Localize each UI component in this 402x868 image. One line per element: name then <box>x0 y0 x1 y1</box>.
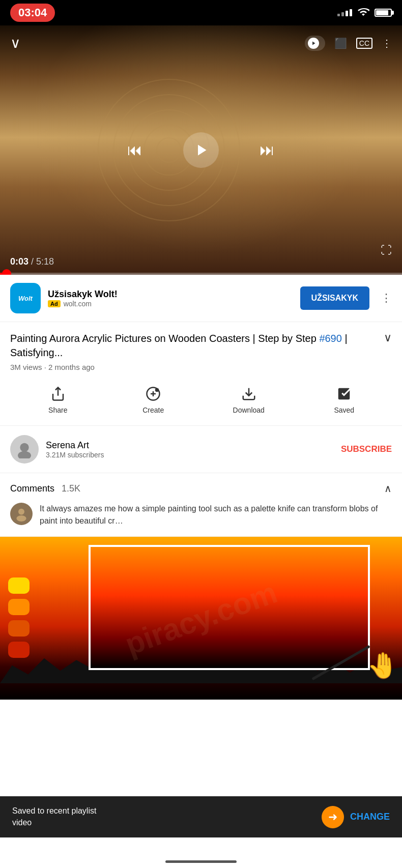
create-icon <box>144 385 162 403</box>
video-player[interactable]: ∨ ⬛ CC ⋮ ⏮ ⏭ 0:03 / 5:18 ⛶ <box>0 25 402 275</box>
action-buttons: Share Create Dow <box>10 381 392 418</box>
wifi-icon <box>357 6 369 20</box>
arrow-icon: ➜ <box>322 806 344 828</box>
subscribe-button[interactable]: SUBSCRIBE <box>341 440 392 458</box>
svg-point-7 <box>18 451 31 458</box>
ad-subtitle: Ad wolt.com <box>48 300 293 308</box>
skip-next-button[interactable]: ⏭ <box>260 141 275 159</box>
current-time: 0:03 <box>10 256 28 267</box>
toast-actions: ➜ CHANGE <box>322 806 390 828</box>
comments-section: Comments 1.5K ∧ It always amazes me how … <box>0 473 402 537</box>
toggle-circle <box>308 38 319 49</box>
skip-previous-button[interactable]: ⏮ <box>127 141 142 159</box>
video-title-row: Painting Aurora Acrylic Pictures on Wood… <box>10 331 392 360</box>
channel-avatar <box>10 435 39 464</box>
change-button[interactable]: CHANGE <box>350 812 390 822</box>
cast-icon[interactable]: ⬛ <box>334 37 347 49</box>
comments-count: 1.5K <box>62 483 80 494</box>
download-button[interactable]: Download <box>201 381 297 418</box>
download-icon <box>240 385 258 403</box>
ad-cta-button[interactable]: UŽSISAKYK <box>300 286 369 310</box>
toast-message: Saved to recent playlistvideo <box>12 805 96 828</box>
battery-icon <box>375 9 392 17</box>
share-button[interactable]: Share <box>10 381 106 418</box>
ad-more-options[interactable]: ⋮ <box>381 292 392 305</box>
video-title: Painting Aurora Acrylic Pictures on Wood… <box>10 331 379 360</box>
comment-avatar <box>10 503 33 525</box>
ad-banner: Wolt Užsisakyk Wolt! Ad wolt.com UŽSISAK… <box>0 275 402 322</box>
create-label: Create <box>142 406 164 414</box>
svg-point-6 <box>20 443 28 452</box>
signal-icon <box>337 9 352 16</box>
player-top-controls: ∨ ⬛ CC ⋮ <box>0 35 402 51</box>
more-options-icon[interactable]: ⋮ <box>382 37 392 49</box>
ad-url: wolt.com <box>64 300 92 308</box>
download-label: Download <box>233 406 265 414</box>
svg-point-8 <box>18 509 24 515</box>
ad-text: Užsisakyk Wolt! Ad wolt.com <box>48 289 293 308</box>
channel-text: Serena Art 3.21M subscribers <box>46 440 334 459</box>
top-right-controls: ⬛ CC ⋮ <box>305 36 392 51</box>
saved-button[interactable]: Saved <box>297 381 392 418</box>
progress-fill <box>0 273 7 275</box>
svg-rect-5 <box>338 388 350 400</box>
status-icons <box>337 6 392 20</box>
svg-point-9 <box>16 515 26 522</box>
comment-text: It always amazes me how a simple paintin… <box>40 503 392 527</box>
total-time: 5:18 <box>36 256 54 267</box>
play-button[interactable] <box>183 132 219 168</box>
saved-label: Saved <box>334 406 354 414</box>
autoplay-toggle[interactable] <box>305 36 325 51</box>
ad-badge: Ad <box>48 300 61 307</box>
share-label: Share <box>48 406 67 414</box>
video-info: Painting Aurora Acrylic Pictures on Wood… <box>0 322 402 426</box>
status-time: 03:04 <box>10 4 55 22</box>
expand-title-icon[interactable]: ∨ <box>384 331 392 344</box>
video-meta: 3M views · 2 months ago <box>10 363 392 371</box>
video-title-highlight: #690 <box>319 333 342 344</box>
home-indicator <box>165 860 237 863</box>
comments-title: Comments <box>10 483 54 494</box>
collapse-comments-button[interactable]: ∧ <box>384 482 392 495</box>
fullscreen-button[interactable]: ⛶ <box>381 244 392 257</box>
comments-header: Comments 1.5K ∧ <box>10 482 392 495</box>
progress-bar[interactable] <box>0 273 402 275</box>
channel-subscribers: 3.21M subscribers <box>46 451 334 459</box>
progress-dot <box>2 269 11 275</box>
share-icon <box>49 385 67 403</box>
player-main-controls: ⏮ ⏭ <box>0 132 402 168</box>
saved-icon <box>335 385 353 403</box>
minimize-button[interactable]: ∨ <box>10 35 21 51</box>
bottom-toast: Saved to recent playlistvideo ➜ CHANGE <box>0 796 402 837</box>
status-bar: 03:04 <box>0 0 402 25</box>
comment-item: It always amazes me how a simple paintin… <box>10 503 392 527</box>
ad-title: Užsisakyk Wolt! <box>48 289 293 300</box>
video-title-text: Painting Aurora Acrylic Pictures on Wood… <box>10 333 319 344</box>
time-display: 0:03 / 5:18 <box>10 256 54 267</box>
wolt-logo: Wolt <box>10 283 41 313</box>
rec-thumbnail: ✋ piracy.com <box>0 537 402 700</box>
player-bottom-controls: 0:03 / 5:18 ⛶ <box>0 251 402 275</box>
recommended-section[interactable]: ✋ piracy.com <box>0 537 402 700</box>
channel-name: Serena Art <box>46 440 334 451</box>
channel-info: Serena Art 3.21M subscribers SUBSCRIBE <box>0 426 402 473</box>
comments-title-row: Comments 1.5K <box>10 483 80 494</box>
cc-icon[interactable]: CC <box>356 38 372 49</box>
create-button[interactable]: Create <box>106 381 202 418</box>
